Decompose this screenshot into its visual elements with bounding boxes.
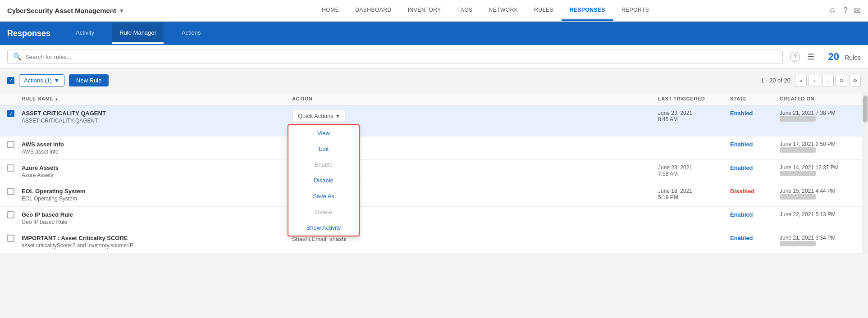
refresh-icon[interactable]: ↻	[836, 75, 847, 86]
top-nav-icons: ☺ ? ✉	[829, 6, 861, 16]
table-row: IMPORTANT : Asset Criticality SCORE asse…	[0, 230, 868, 254]
qa-enable: Enable	[288, 157, 359, 173]
actions-button[interactable]: Actions (1) ▼	[19, 74, 64, 86]
search-icon: 🔍	[13, 53, 22, 61]
row6-rule-name: IMPORTANT : Asset Criticality SCORE asse…	[22, 235, 292, 249]
row3-state: Enabled	[730, 164, 780, 171]
toolbar-left: Actions (1) ▼ New Rule	[7, 74, 109, 86]
row4-created-blurred	[780, 194, 816, 200]
search-input-wrap: 🔍	[7, 50, 783, 64]
user-icon[interactable]: ☺	[829, 6, 837, 15]
row1-checkbox[interactable]	[7, 110, 22, 117]
row4-checkbox[interactable]	[7, 188, 22, 195]
rules-count: 20 Rules	[828, 51, 861, 63]
row6-checkbox[interactable]	[7, 235, 22, 242]
qa-save-as[interactable]: Save As	[288, 188, 359, 204]
row3-last-triggered: June 23, 2021 7:58 AM	[658, 164, 730, 177]
pagination-label: 1 - 20 of 20	[761, 77, 790, 84]
col-last-triggered-header: LAST TRIGGERED	[658, 96, 730, 101]
nav-reports[interactable]: REPORTS	[613, 0, 657, 21]
row1-created-blurred	[780, 116, 816, 122]
toolbar-right: 1 - 20 of 20 « ‹ ↓ ↻ ⚙	[761, 75, 861, 86]
row4-last-triggered: June 18, 2021 5:19 PM	[658, 188, 730, 200]
row2-created-on: June 17, 2021 2:50 PM	[780, 141, 861, 154]
qa-edit[interactable]: Edit	[288, 141, 359, 157]
row5-created-on: June 22, 2021 5:13 PM	[780, 211, 861, 218]
row5-state: Enabled	[730, 211, 780, 218]
pager-prev[interactable]: ‹	[809, 75, 820, 86]
pager-icons: « ‹ ↓ ↻ ⚙	[795, 75, 861, 86]
download-icon[interactable]: ↓	[822, 75, 834, 86]
row2-checkbox[interactable]	[7, 141, 22, 148]
top-nav: CyberSecurity Asset Management ▼ HOME DA…	[0, 0, 868, 22]
col-rule-name-header[interactable]: RULE NAME	[22, 96, 292, 101]
table-header: RULE NAME ACTION LAST TRIGGERED STATE CR…	[0, 92, 868, 105]
nav-inventory[interactable]: INVENTORY	[400, 0, 449, 21]
select-all-checkbox[interactable]	[7, 77, 14, 84]
row4-rule-name: EOL Operating System EOL Operating Syste…	[22, 188, 292, 202]
quick-actions-wrap: Quick Actions ▾ View Edit Enable Disable…	[292, 110, 345, 122]
nav-home[interactable]: HOME	[314, 0, 347, 21]
qa-delete: Delete	[288, 204, 359, 220]
row5-rule-name: Geo IP based Rule Geo IP based Rule	[22, 211, 292, 225]
search-input[interactable]	[25, 54, 777, 60]
col-created-on-header: CREATED ON	[780, 96, 861, 101]
app-title: CyberSecurity Asset Management	[7, 7, 116, 14]
row6-created-on: June 21, 2021 3:34 PM	[780, 235, 861, 248]
mail-icon[interactable]: ✉	[854, 6, 861, 16]
scrollbar-thumb[interactable]	[863, 95, 868, 123]
row5-checkbox[interactable]	[7, 211, 22, 218]
tab-rule-manager[interactable]: Rule Manager	[112, 23, 164, 44]
row4-created-on: June 15, 2021 4:44 PM	[780, 188, 861, 201]
table-row: Azure Assets Azure Assets Azure_Asset Ju…	[0, 160, 868, 183]
nav-network[interactable]: NETWORK	[481, 0, 526, 21]
row3-checkbox[interactable]	[7, 164, 22, 172]
quick-actions-dropdown: View Edit Enable Disable Save As Delete …	[288, 124, 360, 236]
table-container: RULE NAME ACTION LAST TRIGGERED STATE CR…	[0, 92, 868, 254]
row6-created-blurred	[780, 241, 816, 246]
row3-rule-name: Azure Assets Azure Assets	[22, 164, 292, 178]
qa-show-activity[interactable]: Show Activity	[288, 220, 359, 236]
row2-state: Enabled	[730, 141, 780, 148]
top-nav-links: HOME DASHBOARD INVENTORY TAGS NETWORK RU…	[142, 0, 829, 21]
row2-created-blurred	[780, 147, 816, 153]
qa-view[interactable]: View	[288, 125, 359, 141]
scrollbar-track[interactable]	[862, 92, 868, 254]
row3-created-blurred	[780, 171, 816, 176]
sub-header-title: Responses	[7, 29, 50, 38]
row1-state: Enabled	[730, 110, 780, 117]
row2-rule-name: AWS asset info AWS asset info	[22, 141, 292, 155]
actions-button-label: Actions (1)	[24, 77, 52, 84]
quick-actions-label: Quick Actions	[298, 113, 333, 119]
tab-activity[interactable]: Activity	[69, 23, 101, 44]
row1-rule-name: ASSET CRITICALITY QAGENT ASSET CRITICALI…	[22, 110, 292, 124]
search-bar-row: 🔍 ? ☰ 20 Rules	[0, 45, 868, 69]
row6-state: Enabled	[730, 235, 780, 241]
brand-dropdown-arrow: ▼	[119, 8, 124, 14]
nav-rules[interactable]: RULES	[526, 0, 562, 21]
new-rule-button[interactable]: New Rule	[69, 74, 109, 86]
pager-first[interactable]: «	[795, 75, 807, 86]
row3-created-on: June 14, 2021 12:37 PM	[780, 164, 861, 177]
nav-dashboard[interactable]: DASHBOARD	[347, 0, 400, 21]
table-row: EOL Operating System EOL Operating Syste…	[0, 183, 868, 207]
quick-actions-button[interactable]: Quick Actions ▾	[292, 110, 345, 122]
nav-responses[interactable]: RESPONSES	[562, 0, 613, 21]
col-state-header: STATE	[730, 96, 780, 101]
sub-header: Responses Activity Rule Manager Actions	[0, 22, 868, 45]
table-row: ASSET CRITICALITY QAGENT ASSET CRITICALI…	[0, 105, 868, 136]
actions-dropdown-arrow: ▼	[54, 77, 59, 84]
app-brand[interactable]: CyberSecurity Asset Management ▼	[7, 7, 124, 14]
help-icon[interactable]: ?	[843, 6, 848, 15]
row4-state: Disabled	[730, 188, 780, 195]
qa-disable[interactable]: Disable	[288, 173, 359, 188]
table-row: Geo IP based Rule Geo IP based Rule Geo …	[0, 207, 868, 230]
table-row: AWS asset info AWS asset info AWS Enable…	[0, 136, 868, 160]
tab-actions[interactable]: Actions	[174, 23, 208, 44]
menu-icon[interactable]: ☰	[807, 52, 814, 62]
settings-icon[interactable]: ⚙	[849, 75, 861, 86]
row1-action-col: Quick Actions ▾ View Edit Enable Disable…	[292, 110, 658, 132]
search-help-icon[interactable]: ?	[790, 52, 800, 62]
col-action-header: ACTION	[292, 96, 658, 101]
nav-tags[interactable]: TAGS	[449, 0, 481, 21]
